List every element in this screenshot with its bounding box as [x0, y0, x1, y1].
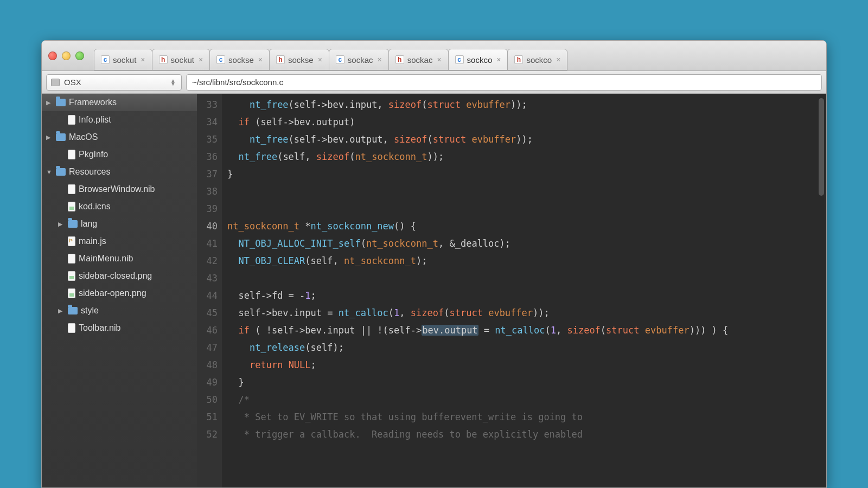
- file-icon: [68, 254, 75, 264]
- tab-sockut-c[interactable]: csockut×: [94, 49, 152, 70]
- line-number: 43: [197, 269, 218, 287]
- close-icon[interactable]: ×: [496, 55, 501, 64]
- code-line[interactable]: nt_release(self);: [227, 339, 826, 356]
- tree-node-sidebar-closed-png[interactable]: sidebar-closed.png: [42, 267, 197, 285]
- tree-label: sidebar-closed.png: [79, 271, 152, 281]
- tree-label: BrowserWindow.nib: [79, 184, 155, 194]
- scrollbar[interactable]: [819, 98, 824, 196]
- tab-sockac-c[interactable]: csockac×: [329, 49, 389, 70]
- folder-icon: [68, 307, 78, 314]
- close-window-button[interactable]: [48, 52, 57, 60]
- disclosure-icon: ▶: [46, 134, 53, 141]
- code-line[interactable]: [227, 200, 826, 217]
- tree-label: MainMenu.nib: [79, 254, 133, 264]
- close-icon[interactable]: ×: [556, 55, 560, 64]
- close-icon[interactable]: ×: [199, 55, 203, 64]
- code-area[interactable]: nt_free(self->bev.input, sizeof(struct e…: [222, 94, 826, 487]
- folder-icon: [68, 220, 78, 228]
- tree-label: lang: [81, 219, 97, 229]
- code-line[interactable]: /*: [227, 391, 826, 408]
- code-line[interactable]: * Set to EV_WRITE so that using bufferev…: [227, 408, 826, 426]
- body: ▶FrameworksInfo.plist▶MacOSPkgInfo▼Resou…: [42, 94, 826, 487]
- tree-node-resources[interactable]: ▼Resources: [42, 163, 197, 181]
- tab-label: sockse: [228, 55, 254, 65]
- line-number: 42: [197, 252, 218, 269]
- code-line[interactable]: self->bev.input = nt_calloc(1, sizeof(st…: [227, 304, 826, 322]
- file-icon: [68, 150, 75, 159]
- stepper-icon: ▲▼: [169, 79, 177, 86]
- tree-node-info-plist[interactable]: Info.plist: [42, 111, 197, 129]
- close-icon[interactable]: ×: [258, 55, 263, 64]
- code-line[interactable]: return NULL;: [227, 356, 826, 374]
- tab-sockut-h[interactable]: hsockut×: [152, 49, 210, 70]
- tree-label: main.js: [79, 236, 106, 246]
- tab-sockac-h[interactable]: hsockac×: [388, 49, 449, 70]
- tree-node-frameworks[interactable]: ▶Frameworks: [42, 94, 197, 111]
- drive-icon: [51, 79, 60, 86]
- tree-node-main-js[interactable]: main.js: [42, 233, 197, 250]
- code-line[interactable]: nt_free(self, sizeof(nt_sockconn_t));: [227, 148, 826, 165]
- file-h-icon: h: [276, 55, 285, 64]
- tree-label: sidebar-open.png: [79, 288, 146, 298]
- folder-icon: [56, 168, 66, 176]
- file-h-icon: h: [514, 55, 523, 64]
- file-icon: [68, 236, 75, 246]
- code-line[interactable]: nt_sockconn_t *nt_sockconn_new() {: [227, 217, 826, 235]
- line-number: 38: [197, 183, 218, 200]
- line-gutter: 3334353637383940414243444546474849505152: [197, 94, 222, 487]
- code-line[interactable]: NT_OBJ_CLEAR(self, nt_sockconn_t);: [227, 252, 826, 269]
- code-line[interactable]: nt_free(self->bev.output, sizeof(struct …: [227, 131, 826, 148]
- tab-label: sockco: [467, 55, 493, 65]
- folder-icon: [56, 133, 66, 141]
- code-line[interactable]: * trigger a callback. Reading needs to b…: [227, 426, 826, 443]
- tree-node-pkginfo[interactable]: PkgInfo: [42, 146, 197, 163]
- tree-node-macos[interactable]: ▶MacOS: [42, 129, 197, 146]
- line-number: 39: [197, 200, 218, 217]
- line-number: 48: [197, 356, 218, 374]
- disclosure-icon: ▼: [46, 169, 53, 175]
- tree-node-kod-icns[interactable]: kod.icns: [42, 198, 197, 215]
- window-controls: [48, 52, 84, 60]
- code-line[interactable]: [227, 183, 826, 200]
- file-icon: [68, 271, 75, 281]
- code-editor[interactable]: 3334353637383940414243444546474849505152…: [197, 94, 826, 487]
- tab-label: sockac: [348, 55, 373, 65]
- code-line[interactable]: NT_OBJ_ALLOC_INIT_self(nt_sockconn_t, &_…: [227, 235, 826, 252]
- file-h-icon: h: [159, 55, 168, 64]
- close-icon[interactable]: ×: [437, 55, 441, 64]
- file-tree[interactable]: ▶FrameworksInfo.plist▶MacOSPkgInfo▼Resou…: [42, 94, 197, 487]
- code-line[interactable]: if ( !self->bev.input || !(self->bev.out…: [227, 322, 826, 339]
- code-line[interactable]: nt_free(self->bev.input, sizeof(struct e…: [227, 96, 826, 113]
- tree-node-browserwindow-nib[interactable]: BrowserWindow.nib: [42, 181, 197, 198]
- code-line[interactable]: [227, 269, 826, 287]
- code-line[interactable]: }: [227, 374, 826, 391]
- close-icon[interactable]: ×: [318, 55, 322, 64]
- zoom-window-button[interactable]: [75, 52, 84, 60]
- tree-node-style[interactable]: ▶style: [42, 302, 197, 319]
- code-line[interactable]: }: [227, 165, 826, 183]
- tree-node-toolbar-nib[interactable]: Toolbar.nib: [42, 319, 197, 337]
- tree-label: Toolbar.nib: [79, 323, 120, 333]
- disclosure-icon: ▶: [58, 307, 65, 314]
- path-field[interactable]: ~/src/libnt/src/sockconn.c: [186, 74, 822, 91]
- code-line[interactable]: if (self->bev.output): [227, 113, 826, 131]
- tree-node-mainmenu-nib[interactable]: MainMenu.nib: [42, 250, 197, 267]
- line-number: 44: [197, 287, 218, 304]
- project-selector[interactable]: OSX ▲▼: [46, 74, 182, 91]
- file-icon: [68, 115, 75, 125]
- tab-sockco-c[interactable]: csockco×: [448, 49, 508, 70]
- line-number: 49: [197, 374, 218, 391]
- close-icon[interactable]: ×: [378, 55, 382, 64]
- tree-node-lang[interactable]: ▶lang: [42, 215, 197, 233]
- line-number: 52: [197, 426, 218, 443]
- tree-label: Frameworks: [69, 98, 117, 107]
- tree-node-sidebar-open-png[interactable]: sidebar-open.png: [42, 285, 197, 302]
- minimize-window-button[interactable]: [62, 52, 71, 60]
- tab-sockse-h[interactable]: hsockse×: [269, 49, 329, 70]
- code-line[interactable]: self->fd = -1;: [227, 287, 826, 304]
- line-number: 47: [197, 339, 218, 356]
- tab-sockse-c[interactable]: csockse×: [209, 49, 270, 70]
- file-c-icon: c: [101, 55, 110, 64]
- close-icon[interactable]: ×: [141, 55, 145, 64]
- tab-sockco-h[interactable]: hsockco×: [507, 49, 567, 70]
